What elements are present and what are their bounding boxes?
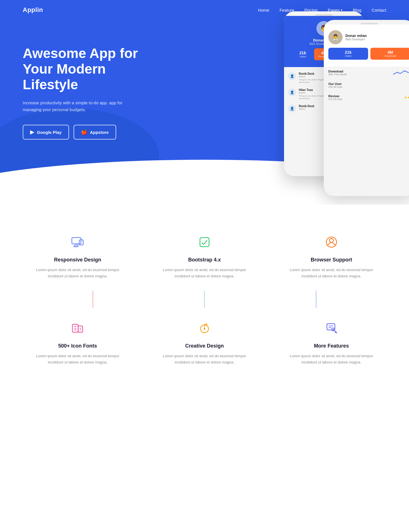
- nav-home[interactable]: Home: [258, 8, 269, 13]
- chevron-down-icon: ▾: [341, 8, 343, 12]
- back-user-name: Donar milan: [345, 34, 367, 38]
- divider-col-3: [269, 291, 364, 308]
- browser-icon: [322, 233, 341, 251]
- hero-subtitle: Increase productivity with a simple to-d…: [23, 99, 136, 114]
- back-stat-downloads: 4M Download: [370, 48, 409, 60]
- feature-desc-creative: Lorem ipsum dolor sit amet, ed do eiusmo…: [155, 353, 254, 365]
- hero-title: Awesome App for Your Modern Lifestyle: [23, 45, 159, 93]
- feature-card-more: More Features Lorem ipsum dolor sit amet…: [276, 319, 386, 365]
- more-icon: [322, 319, 341, 337]
- avatar: 👤: [288, 88, 296, 96]
- navbar: Applin Home Feature Pricing Pages ▾ Blog…: [0, 0, 409, 20]
- feature-desc-bootstrap: Lorem ipsum dolor sit amet, ed do eiusmo…: [155, 267, 254, 279]
- stat-users-label: Users: [295, 55, 311, 58]
- logo[interactable]: Applin: [23, 6, 43, 14]
- divider-2: [204, 291, 205, 308]
- feature-desc-more: Lorem ipsum dolor sit amet, ed do eiusmo…: [282, 353, 381, 365]
- nav-contact[interactable]: Contact: [372, 8, 386, 13]
- back-row-download: Download 38% This Month: [328, 66, 409, 79]
- google-play-button[interactable]: ▶ Google Play: [23, 125, 69, 140]
- svg-rect-4: [200, 238, 209, 247]
- hero-section: Awesome App for Your Modern Lifestyle In…: [0, 0, 409, 205]
- avatar: 👤: [288, 72, 296, 80]
- feature-desc-icons: Lorem ipsum dolor sit amet, ed do eiusmo…: [28, 353, 127, 365]
- mini-chart-icon: [393, 69, 409, 76]
- feature-title-responsive: Responsive Design: [28, 257, 127, 263]
- svg-point-6: [329, 238, 333, 242]
- phone-mockups: 👨 Donar milan Web Developer, theme 21k U…: [250, 11, 409, 205]
- divider-1: [93, 291, 93, 308]
- hero-buttons: ▶ Google Play 🍎 Appstore: [23, 125, 159, 140]
- divider-col-1: [45, 291, 140, 308]
- responsive-icon: [68, 233, 87, 251]
- phone-back: 👨‍💼 Donar milan Web Developer 21k Users …: [324, 20, 409, 196]
- features-section: Responsive Design Lorem ipsum dolor sit …: [0, 205, 409, 383]
- feature-card-responsive: Responsive Design Lorem ipsum dolor sit …: [23, 233, 133, 279]
- back-row-review: Reviow 21k All most ★★: [328, 92, 409, 104]
- feature-desc-browser: Lorem ipsum dolor sit amet, ed do eiusmo…: [282, 267, 381, 279]
- bootstrap-icon: [195, 233, 214, 251]
- nav-blog[interactable]: Blog: [353, 8, 361, 13]
- back-user-role: Web Developer: [345, 38, 367, 41]
- apple-icon: 🍎: [81, 129, 87, 135]
- feature-title-browser: Browser Support: [282, 257, 381, 263]
- avatar: 👤: [288, 105, 296, 113]
- feature-card-browser: Browser Support Lorem ipsum dolor sit am…: [276, 233, 386, 279]
- feature-title-bootstrap: Bootstrap 4.x: [155, 257, 254, 263]
- back-phone-top: 👨‍💼 Donar milan Web Developer 21k Users …: [324, 24, 409, 66]
- svg-rect-17: [327, 324, 335, 330]
- feature-title-more: More Features: [282, 343, 381, 349]
- feature-card-bootstrap: Bootstrap 4.x Lorem ipsum dolor sit amet…: [150, 233, 260, 279]
- google-play-icon: ▶: [30, 129, 34, 135]
- feature-card-creative: Creative Design Lorem ipsum dolor sit am…: [150, 319, 260, 365]
- svg-rect-11: [78, 326, 83, 332]
- nav-feature[interactable]: Feature: [279, 8, 294, 13]
- svg-point-16: [204, 328, 205, 330]
- nav-links: Home Feature Pricing Pages ▾ Blog Contac…: [258, 8, 386, 13]
- features-grid-2: 500+ Icon Fonts Lorem ipsum dolor sit am…: [23, 319, 386, 365]
- back-row-users: Our User 21k All most: [328, 79, 409, 92]
- nav-pages[interactable]: Pages ▾: [328, 8, 343, 13]
- back-rows: Download 38% This Month Our User 21k All…: [324, 66, 409, 104]
- stat-users: 21k Users: [293, 48, 312, 60]
- divider-3: [316, 291, 316, 308]
- stat-users-num: 21k: [295, 51, 311, 55]
- feature-card-icons: 500+ Icon Fonts Lorem ipsum dolor sit am…: [23, 319, 133, 365]
- feature-desc-responsive: Lorem ipsum dolor sit amet, ed do eiusmo…: [28, 267, 127, 279]
- fonts-icon: [68, 319, 87, 337]
- creative-icon: [195, 319, 214, 337]
- features-grid: Responsive Design Lorem ipsum dolor sit …: [23, 233, 386, 279]
- back-stat-users: 21k Users: [328, 48, 368, 60]
- stars-icon: ★★: [404, 95, 409, 99]
- divider-col-2: [157, 291, 252, 308]
- avatar: 👨‍💼: [328, 30, 343, 44]
- feature-title-icons: 500+ Icon Fonts: [28, 343, 127, 349]
- appstore-button[interactable]: 🍎 Appstore: [74, 125, 116, 140]
- nav-pricing[interactable]: Pricing: [304, 8, 318, 13]
- feature-title-creative: Creative Design: [155, 343, 254, 349]
- hero-text: Awesome App for Your Modern Lifestyle In…: [23, 28, 159, 140]
